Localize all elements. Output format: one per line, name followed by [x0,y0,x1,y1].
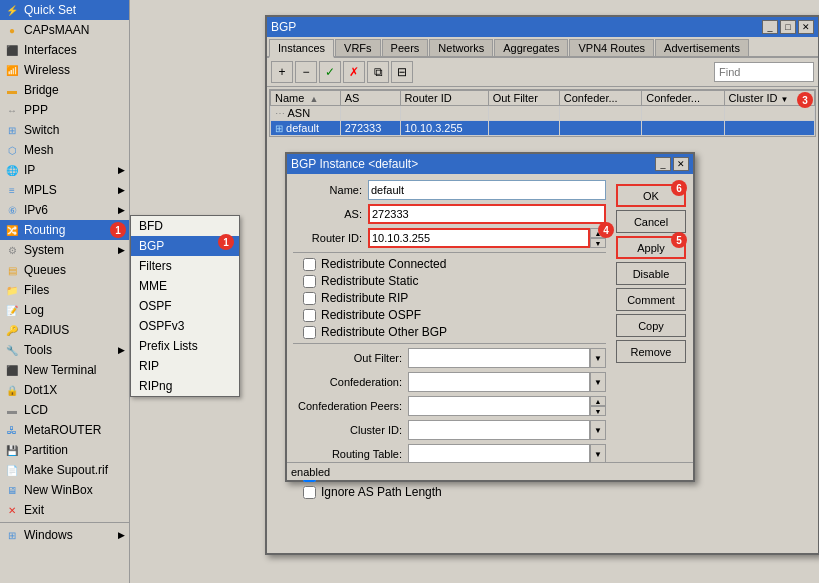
submenu-item-filters[interactable]: Filters [131,256,239,276]
sidebar-item-radius[interactable]: 🔑 RADIUS [0,320,129,340]
disable-button[interactable]: Disable [616,262,686,285]
redistribute-rip-checkbox[interactable] [303,292,316,305]
sidebar-item-files[interactable]: 📁 Files [0,280,129,300]
cancel-button[interactable]: Cancel [616,210,686,233]
sidebar-item-dot1x[interactable]: 🔒 Dot1X [0,380,129,400]
sidebar-item-exit[interactable]: ✕ Exit [0,500,129,520]
routing-badge: 1 [110,222,126,238]
sidebar-item-bridge[interactable]: ▬ Bridge [0,80,129,100]
redistribute-static-checkbox[interactable] [303,275,316,288]
remove-button[interactable]: Remove [616,340,686,363]
disable-button[interactable]: ✗ [343,61,365,83]
sidebar-item-partition[interactable]: 💾 Partition [0,440,129,460]
tab-peers[interactable]: Peers [382,39,429,56]
redistribute-connected-checkbox[interactable] [303,258,316,271]
col-name[interactable]: Name ▲ [271,91,341,106]
sidebar-item-mesh[interactable]: ⬡ Mesh [0,140,129,160]
routing-table-input[interactable] [408,444,590,464]
col-confeder1[interactable]: Confeder... [559,91,641,106]
col-router-id[interactable]: Router ID [400,91,488,106]
bgp-window: BGP _ □ ✕ Instances VRFs Peers Netw [265,15,819,555]
copy-dialog-button[interactable]: Copy [616,314,686,337]
col-as[interactable]: AS [340,91,400,106]
filter-button[interactable]: ⊟ [391,61,413,83]
as-input[interactable] [368,204,606,224]
add-button[interactable]: + [271,61,293,83]
maximize-button[interactable]: □ [780,20,796,34]
submenu-item-ospfv3[interactable]: OSPFv3 [131,316,239,336]
tab-advertisements[interactable]: Advertisements [655,39,749,56]
remove-button[interactable]: − [295,61,317,83]
sidebar-item-new-winbox[interactable]: 🖥 New WinBox [0,480,129,500]
submenu-item-ripng[interactable]: RIPng [131,376,239,396]
tab-networks[interactable]: Networks [429,39,493,56]
redistribute-other-bgp-checkbox[interactable] [303,326,316,339]
ip-icon: 🌐 [4,162,20,178]
sidebar-item-make-supout[interactable]: 📄 Make Supout.rif [0,460,129,480]
sidebar-item-lcd[interactable]: ▬ LCD [0,400,129,420]
confederation-arrow[interactable]: ▼ [590,372,606,392]
tab-aggregates[interactable]: Aggregates [494,39,568,56]
router-id-input[interactable] [368,228,590,248]
tab-vpn4-routes[interactable]: VPN4 Routes [569,39,654,56]
tab-vrfs[interactable]: VRFs [335,39,381,56]
sidebar-item-switch[interactable]: ⊞ Switch [0,120,129,140]
sidebar-item-tools[interactable]: 🔧 Tools ▶ [0,340,129,360]
conf-peers-down[interactable]: ▼ [590,406,606,416]
sidebar-item-wireless[interactable]: 📶 Wireless [0,60,129,80]
sidebar-item-system[interactable]: ⚙ System ▶ [0,240,129,260]
queues-icon: ▤ [4,262,20,278]
sidebar-item-label: Quick Set [24,3,76,17]
comment-button[interactable]: Comment [616,288,686,311]
sidebar-item-interfaces[interactable]: ⬛ Interfaces [0,40,129,60]
dialog-content: Name: AS: Router ID: [287,174,693,508]
submenu-item-ospf[interactable]: OSPF [131,296,239,316]
confederation-input[interactable] [408,372,590,392]
submenu-item-bfd[interactable]: BFD [131,216,239,236]
routing-table-arrow[interactable]: ▼ [590,444,606,464]
sidebar-item-ppp[interactable]: ↔ PPP [0,100,129,120]
copy-button[interactable]: ⧉ [367,61,389,83]
sidebar-item-queues[interactable]: ▤ Queues [0,260,129,280]
ignore-as-path-checkbox[interactable] [303,486,316,499]
table-row[interactable]: ⋯ ASN [271,106,815,121]
name-input[interactable] [368,180,606,200]
out-filter-arrow[interactable]: ▼ [590,348,606,368]
sidebar-item-new-terminal[interactable]: ⬛ New Terminal [0,360,129,380]
sidebar-item-label: IPv6 [24,203,48,217]
search-input[interactable] [714,62,814,82]
cluster-id-input[interactable] [408,420,590,440]
table-row-default[interactable]: ⊞ default 272333 10.10.3.255 [271,121,815,136]
col-confeder2[interactable]: Confeder... [642,91,724,106]
sidebar-item-label: Make Supout.rif [24,463,108,477]
sidebar-item-windows[interactable]: ⊞ Windows ▶ [0,525,129,545]
sidebar-item-ip[interactable]: 🌐 IP ▶ [0,160,129,180]
conf-peers-up[interactable]: ▲ [590,396,606,406]
submenu-item-rip[interactable]: RIP [131,356,239,376]
redistribute-ospf-checkbox[interactable] [303,309,316,322]
sidebar-item-quick-set[interactable]: ⚡ Quick Set [0,0,129,20]
submenu-item-mme[interactable]: MME [131,276,239,296]
sidebar-item-log[interactable]: 📝 Log [0,300,129,320]
sidebar-item-metarouter[interactable]: 🖧 MetaROUTER [0,420,129,440]
confederation-peers-input[interactable] [408,396,590,416]
confederation-peers-row: Confederation Peers: ▲ ▼ [293,396,606,416]
col-out-filter[interactable]: Out Filter [488,91,559,106]
dialog-close-button[interactable]: ✕ [673,157,689,171]
toolbar: + − ✓ ✗ ⧉ ⊟ [267,58,818,87]
enable-button[interactable]: ✓ [319,61,341,83]
sidebar-item-label: Wireless [24,63,70,77]
sidebar-item-ipv6[interactable]: ⑥ IPv6 ▶ [0,200,129,220]
sidebar-item-capsman[interactable]: ● CAPsMAAN [0,20,129,40]
out-filter-input[interactable] [408,348,590,368]
sidebar-item-label: Dot1X [24,383,57,397]
cluster-id-arrow[interactable]: ▼ [590,420,606,440]
sidebar-item-label: Routing [24,223,65,237]
router-id-down-button[interactable]: ▼ [590,238,606,248]
dialog-minimize-button[interactable]: _ [655,157,671,171]
sidebar-item-mpls[interactable]: ≡ MPLS ▶ [0,180,129,200]
submenu-item-prefix-lists[interactable]: Prefix Lists [131,336,239,356]
minimize-button[interactable]: _ [762,20,778,34]
close-button[interactable]: ✕ [798,20,814,34]
tab-instances[interactable]: Instances [269,39,334,58]
